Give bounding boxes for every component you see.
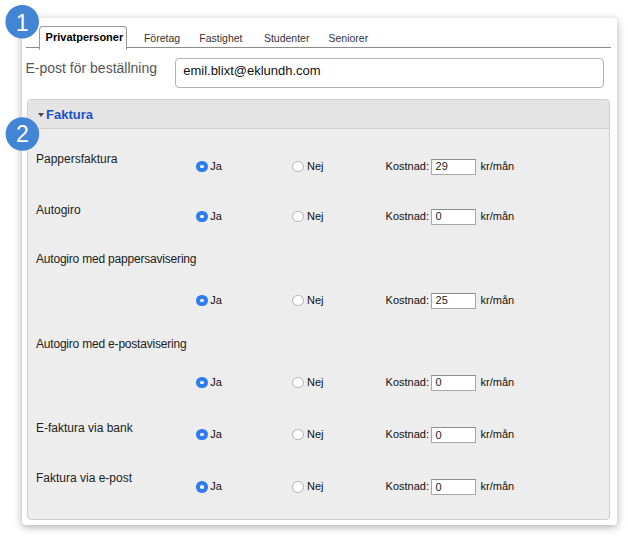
- svg-text:2: 2: [16, 121, 29, 147]
- svg-text:1: 1: [16, 10, 29, 36]
